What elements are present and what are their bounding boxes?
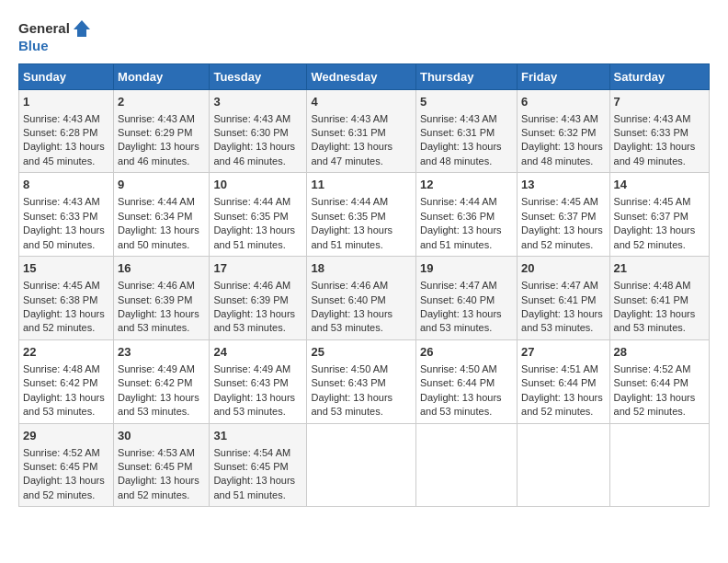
page-header: General Blue [18,18,710,54]
calendar-cell [609,423,709,507]
sunrise-text: Sunrise: 4:52 AM [614,363,691,374]
sunrise-text: Sunrise: 4:43 AM [420,113,497,124]
column-header-wednesday: Wednesday [307,63,416,89]
sunset-text: Sunset: 6:37 PM [614,211,688,222]
calendar-cell: 1 Sunrise: 4:43 AM Sunset: 6:28 PM Dayli… [19,89,114,173]
daylight-text: Daylight: 13 hours and 52 minutes. [614,224,696,249]
sunset-text: Sunset: 6:33 PM [614,127,688,138]
day-number: 12 [420,177,513,193]
sunrise-text: Sunrise: 4:43 AM [311,113,388,124]
daylight-text: Daylight: 13 hours and 52 minutes. [23,475,105,500]
daylight-text: Daylight: 13 hours and 53 minutes. [311,308,392,333]
calendar-cell: 18 Sunrise: 4:46 AM Sunset: 6:40 PM Dayl… [307,257,416,340]
sunrise-text: Sunrise: 4:45 AM [521,196,598,207]
sunset-text: Sunset: 6:31 PM [311,127,385,138]
column-header-thursday: Thursday [415,63,517,89]
sunrise-text: Sunrise: 4:47 AM [521,280,598,291]
sunset-text: Sunset: 6:35 PM [311,211,385,222]
day-number: 5 [420,94,513,110]
calendar-cell: 9 Sunrise: 4:44 AM Sunset: 6:34 PM Dayli… [114,173,210,257]
day-number: 27 [521,344,605,361]
day-number: 2 [118,94,205,110]
calendar-cell: 16 Sunrise: 4:46 AM Sunset: 6:39 PM Dayl… [114,257,210,340]
daylight-text: Daylight: 13 hours and 52 minutes. [521,224,603,249]
calendar-cell: 17 Sunrise: 4:46 AM Sunset: 6:39 PM Dayl… [210,257,307,340]
sunrise-text: Sunrise: 4:43 AM [23,113,100,124]
day-number: 9 [118,177,205,193]
day-number: 1 [23,94,109,110]
daylight-text: Daylight: 13 hours and 46 minutes. [118,141,199,166]
sunrise-text: Sunrise: 4:44 AM [420,196,497,207]
day-number: 14 [614,177,705,193]
sunrise-text: Sunrise: 4:45 AM [23,280,100,291]
calendar-cell: 24 Sunrise: 4:49 AM Sunset: 6:43 PM Dayl… [210,339,307,423]
daylight-text: Daylight: 13 hours and 47 minutes. [311,141,392,166]
calendar-cell: 27 Sunrise: 4:51 AM Sunset: 6:44 PM Dayl… [518,339,609,423]
sunrise-text: Sunrise: 4:43 AM [118,113,195,124]
calendar-table: SundayMondayTuesdayWednesdayThursdayFrid… [18,63,710,508]
sunset-text: Sunset: 6:42 PM [23,377,97,388]
sunrise-text: Sunrise: 4:46 AM [311,280,388,291]
daylight-text: Daylight: 13 hours and 53 minutes. [420,308,502,333]
daylight-text: Daylight: 13 hours and 53 minutes. [118,308,199,333]
calendar-cell: 20 Sunrise: 4:47 AM Sunset: 6:41 PM Dayl… [518,257,609,340]
sunset-text: Sunset: 6:40 PM [311,294,385,305]
calendar-cell: 22 Sunrise: 4:48 AM Sunset: 6:42 PM Dayl… [19,339,114,423]
sunset-text: Sunset: 6:44 PM [614,377,688,388]
daylight-text: Daylight: 13 hours and 51 minutes. [311,224,392,249]
sunrise-text: Sunrise: 4:45 AM [614,196,691,207]
day-number: 21 [614,260,705,277]
daylight-text: Daylight: 13 hours and 49 minutes. [614,141,696,166]
day-number: 22 [23,344,109,361]
calendar-cell: 12 Sunrise: 4:44 AM Sunset: 6:36 PM Dayl… [415,173,517,257]
sunset-text: Sunset: 6:34 PM [118,211,192,222]
daylight-text: Daylight: 13 hours and 52 minutes. [118,475,199,500]
day-number: 17 [213,260,302,277]
week-row-2: 8 Sunrise: 4:43 AM Sunset: 6:33 PM Dayli… [19,173,710,257]
sunset-text: Sunset: 6:41 PM [614,294,688,305]
calendar-cell [307,423,416,507]
logo-general: General [18,21,70,37]
day-number: 19 [420,260,513,277]
daylight-text: Daylight: 13 hours and 50 minutes. [118,224,199,249]
day-number: 20 [521,260,605,277]
sunrise-text: Sunrise: 4:43 AM [521,113,598,124]
sunrise-text: Sunrise: 4:46 AM [213,280,290,291]
week-row-1: 1 Sunrise: 4:43 AM Sunset: 6:28 PM Dayli… [19,89,710,173]
daylight-text: Daylight: 13 hours and 53 minutes. [118,392,199,417]
calendar-cell: 29 Sunrise: 4:52 AM Sunset: 6:45 PM Dayl… [19,423,114,507]
sunset-text: Sunset: 6:44 PM [420,377,495,388]
sunset-text: Sunset: 6:45 PM [213,461,288,472]
column-header-monday: Monday [114,63,210,89]
day-number: 11 [311,177,412,193]
sunset-text: Sunset: 6:39 PM [118,294,192,305]
sunrise-text: Sunrise: 4:47 AM [420,280,497,291]
day-number: 7 [614,94,705,110]
day-number: 24 [213,344,302,361]
sunset-text: Sunset: 6:30 PM [213,127,288,138]
calendar-cell [518,423,609,507]
svg-marker-0 [74,20,90,37]
calendar-cell: 21 Sunrise: 4:48 AM Sunset: 6:41 PM Dayl… [609,257,709,340]
daylight-text: Daylight: 13 hours and 53 minutes. [614,308,696,333]
sunrise-text: Sunrise: 4:50 AM [311,363,388,374]
calendar-cell: 14 Sunrise: 4:45 AM Sunset: 6:37 PM Dayl… [609,173,709,257]
sunset-text: Sunset: 6:35 PM [213,211,288,222]
sunset-text: Sunset: 6:44 PM [521,377,596,388]
calendar-cell [415,423,517,507]
calendar-cell: 23 Sunrise: 4:49 AM Sunset: 6:42 PM Dayl… [114,339,210,423]
header-row: SundayMondayTuesdayWednesdayThursdayFrid… [19,63,710,89]
sunset-text: Sunset: 6:28 PM [23,127,97,138]
sunset-text: Sunset: 6:37 PM [521,211,596,222]
calendar-cell: 11 Sunrise: 4:44 AM Sunset: 6:35 PM Dayl… [307,173,416,257]
calendar-cell: 19 Sunrise: 4:47 AM Sunset: 6:40 PM Dayl… [415,257,517,340]
sunrise-text: Sunrise: 4:53 AM [118,447,195,458]
daylight-text: Daylight: 13 hours and 51 minutes. [213,475,295,500]
daylight-text: Daylight: 13 hours and 53 minutes. [311,392,392,417]
daylight-text: Daylight: 13 hours and 48 minutes. [521,141,603,166]
sunset-text: Sunset: 6:40 PM [420,294,495,305]
day-number: 29 [23,428,109,444]
day-number: 30 [118,428,205,444]
logo-arrow-icon [72,18,92,39]
daylight-text: Daylight: 13 hours and 50 minutes. [23,224,105,249]
